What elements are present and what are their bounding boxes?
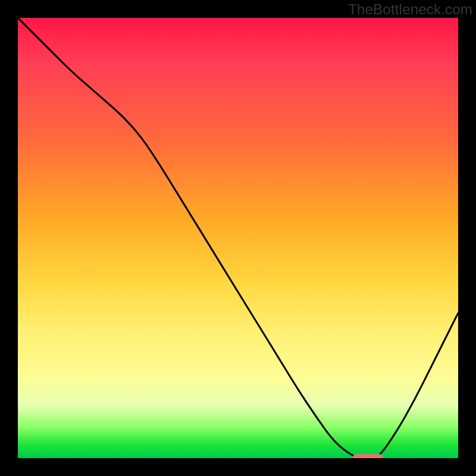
- plot-area: [18, 18, 458, 458]
- plot-svg: [18, 18, 458, 458]
- watermark-text: TheBottleneck.com: [348, 1, 472, 18]
- chart-frame: TheBottleneck.com: [0, 0, 476, 476]
- optimal-marker: [352, 454, 383, 458]
- bottleneck-curve: [18, 18, 458, 458]
